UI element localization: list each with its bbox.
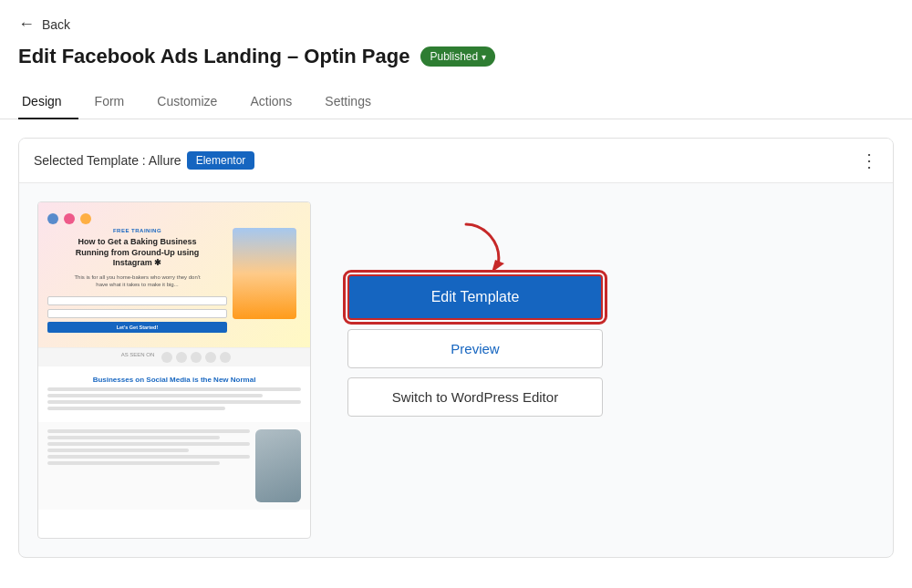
svg-marker-0 [492, 260, 504, 273]
preview-logo-5 [220, 352, 231, 363]
red-arrow-hint [439, 220, 512, 283]
preview-section: Businesses on Social Media is the New No… [38, 366, 310, 422]
template-info: Selected Template : Allure Elementor [34, 151, 254, 170]
preview-icons-row: AS SEEN ON [38, 347, 310, 366]
preview-logo-4 [205, 352, 216, 363]
preview-phone-image [255, 429, 301, 502]
preview-logo-3 [191, 352, 202, 363]
tab-form[interactable]: Form [78, 87, 141, 119]
tab-settings[interactable]: Settings [308, 87, 388, 119]
template-card: Selected Template : Allure Elementor ⋮ [18, 138, 894, 558]
tab-customize[interactable]: Customize [140, 87, 233, 119]
preview-cta-btn: Let's Get Started! [47, 322, 227, 333]
chevron-down-icon: ▾ [482, 52, 486, 62]
page-header: Edit Facebook Ads Landing – Optin Page P… [0, 41, 912, 68]
preview-col-line-3 [47, 442, 250, 446]
published-status-label: Published [430, 50, 478, 63]
preview-logo-2 [176, 352, 187, 363]
preview-hero-sub: This is for all you home-bakers who worr… [47, 273, 227, 289]
action-area: Edit Template Preview Switch to WordPres… [347, 201, 875, 417]
top-bar: ← Back [0, 0, 912, 41]
preview-line-1 [47, 387, 301, 391]
preview-line-4 [47, 407, 225, 410]
template-body: FREE TRAINING How to Get a Baking Busine… [19, 183, 893, 557]
elementor-badge: Elementor [187, 151, 255, 170]
preview-col-line-4 [47, 449, 189, 452]
back-link[interactable]: Back [42, 17, 70, 32]
preview-col-line-1 [47, 429, 250, 433]
preview-hero-title: How to Get a Baking BusinessRunning from… [47, 237, 227, 269]
tabs-nav: Design Form Customize Actions Settings [0, 76, 912, 119]
preview-input-2 [47, 309, 227, 318]
template-preview: FREE TRAINING How to Get a Baking Busine… [37, 201, 311, 539]
preview-hero-label: FREE TRAINING [47, 228, 227, 233]
preview-col-line-2 [47, 436, 220, 439]
back-arrow-icon[interactable]: ← [18, 15, 35, 34]
preview-col-line-5 [47, 455, 250, 459]
preview-col-line-6 [47, 461, 220, 465]
published-badge[interactable]: Published ▾ [420, 46, 495, 67]
preview-line-2 [47, 394, 263, 397]
preview-input-1 [47, 296, 227, 305]
preview-hero: FREE TRAINING How to Get a Baking Busine… [38, 202, 310, 347]
three-dots-menu[interactable]: ⋮ [860, 151, 878, 170]
preview-section-bottom [38, 422, 310, 510]
preview-button[interactable]: Preview [347, 329, 603, 368]
switch-editor-button[interactable]: Switch to WordPress Editor [347, 377, 603, 417]
tab-design[interactable]: Design [18, 87, 78, 119]
page-title: Edit Facebook Ads Landing – Optin Page [18, 45, 409, 68]
preview-line-3 [47, 400, 301, 404]
preview-col-text [47, 429, 250, 502]
tab-actions[interactable]: Actions [233, 87, 308, 119]
preview-logo-1 [161, 352, 172, 363]
template-selected-label: Selected Template : Allure [34, 153, 181, 168]
template-card-header: Selected Template : Allure Elementor ⋮ [19, 139, 893, 183]
main-content: Selected Template : Allure Elementor ⋮ [0, 119, 912, 576]
preview-section-title: Businesses on Social Media is the New No… [47, 376, 301, 384]
